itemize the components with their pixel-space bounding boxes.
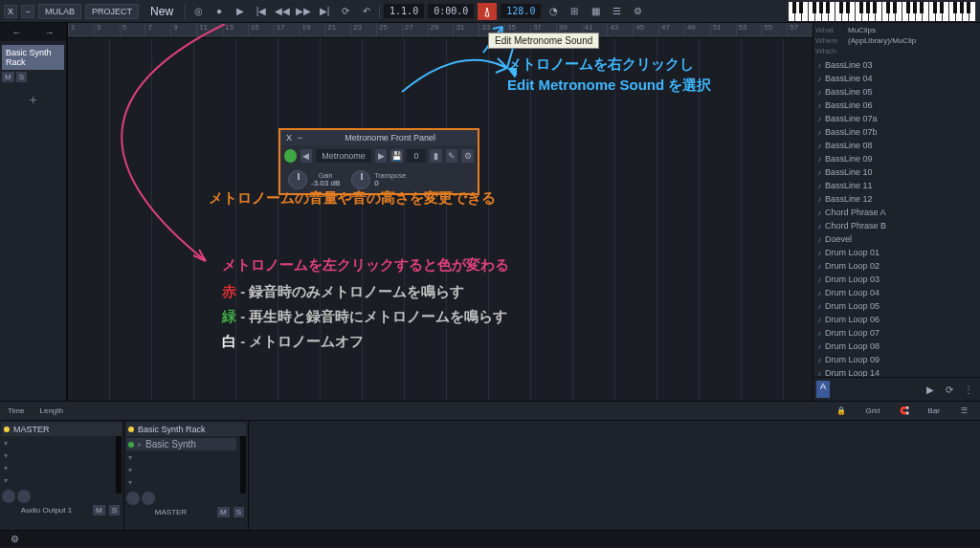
- mixer-view-icon[interactable]: ⊞: [566, 3, 583, 20]
- browser-item[interactable]: BassLine 03: [813, 58, 980, 72]
- metronome-button[interactable]: [478, 3, 497, 20]
- record-icon[interactable]: ●: [211, 3, 228, 20]
- prev-preset-icon[interactable]: ◀: [301, 149, 313, 163]
- edit-icon[interactable]: ✎: [446, 149, 458, 163]
- transpose-knob[interactable]: [351, 170, 370, 189]
- browser-item[interactable]: Drum Loop 14: [813, 366, 980, 377]
- slot-expand-icon[interactable]: ▾: [4, 439, 8, 448]
- position-display[interactable]: 1.1.0: [384, 4, 424, 18]
- target-icon[interactable]: ◎: [189, 3, 207, 20]
- track-name[interactable]: Basic Synth Rack: [2, 45, 64, 70]
- mixer-channel-master[interactable]: MASTER ▾ ▾ ▾ ▾ Audio Output 1MS: [0, 421, 124, 530]
- clock-icon[interactable]: ◔: [545, 3, 562, 20]
- gain-knob[interactable]: [288, 170, 307, 189]
- mute-button[interactable]: M: [2, 72, 14, 82]
- browser-item[interactable]: Drum Loop 07: [813, 326, 980, 340]
- slot-expand-icon[interactable]: ▾: [4, 451, 8, 460]
- midi-icon[interactable]: ▮: [430, 149, 442, 163]
- gear-icon[interactable]: ⚙: [461, 149, 474, 163]
- browser-item[interactable]: Drum Loop 05: [813, 299, 980, 313]
- preset-name[interactable]: Metronome: [316, 149, 371, 163]
- save-preset-icon[interactable]: 💾: [390, 149, 403, 163]
- panel-titlebar[interactable]: X − Metronome Front Panel: [280, 130, 478, 145]
- slot-expand-icon[interactable]: ▾: [128, 478, 132, 487]
- output-name[interactable]: Audio Output 1: [4, 506, 89, 515]
- browser-item[interactable]: BassLine 07a: [813, 112, 980, 125]
- browser-item[interactable]: Drum Loop 02: [813, 259, 980, 273]
- browser-loop-icon[interactable]: ⟳: [941, 381, 958, 398]
- browser-item[interactable]: BassLine 08: [813, 139, 980, 152]
- ruler-tick[interactable]: 55: [761, 23, 787, 37]
- mulab-button[interactable]: MULAB: [38, 4, 81, 19]
- loop-icon[interactable]: ⟳: [337, 3, 354, 20]
- browser-item[interactable]: BassLine 10: [813, 165, 980, 179]
- browser-play-icon[interactable]: ▶: [922, 381, 939, 398]
- lock-icon[interactable]: 🔒: [833, 403, 850, 420]
- browser-item[interactable]: Drum Loop 06: [813, 313, 980, 326]
- browser-item[interactable]: BassLine 11: [813, 179, 980, 192]
- minimize-button[interactable]: −: [21, 5, 34, 18]
- browser-item[interactable]: Doevel: [813, 232, 980, 246]
- slot-expand-icon[interactable]: ▸: [138, 440, 142, 449]
- browser-item[interactable]: Drum Loop 09: [813, 353, 980, 366]
- menu-icon[interactable]: ☰: [955, 403, 972, 420]
- bar-label[interactable]: Bar: [928, 406, 940, 415]
- what-value[interactable]: MuClips: [848, 26, 876, 34]
- solo-button[interactable]: S: [234, 507, 244, 517]
- undo-icon[interactable]: ↶: [358, 3, 375, 20]
- gear-icon[interactable]: ⚙: [6, 531, 23, 548]
- output-name[interactable]: MASTER: [128, 508, 213, 516]
- ruler-tick[interactable]: 15: [248, 23, 274, 37]
- tempo-display[interactable]: 128.0: [501, 4, 541, 18]
- browser-item[interactable]: BassLine 05: [813, 85, 980, 99]
- next-preset-icon[interactable]: ▶: [375, 149, 388, 163]
- slot-expand-icon[interactable]: ▾: [128, 453, 132, 462]
- browser-item[interactable]: Drum Loop 08: [813, 340, 980, 353]
- send-knob[interactable]: [142, 492, 155, 505]
- solo-button[interactable]: S: [109, 505, 120, 515]
- browser-item[interactable]: Chord Phrase B: [813, 219, 980, 232]
- browser-item[interactable]: BassLine 12: [813, 192, 980, 206]
- project-name[interactable]: New: [143, 5, 181, 18]
- project-button[interactable]: PROJECT: [85, 4, 139, 19]
- magnet-icon[interactable]: 🧲: [896, 403, 913, 420]
- browser-item[interactable]: BassLine 04: [813, 72, 980, 85]
- browser-menu-icon[interactable]: ⋮: [960, 381, 977, 398]
- ruler-tick[interactable]: 47: [658, 23, 684, 37]
- forward-icon[interactable]: ▶▶: [295, 3, 312, 20]
- mute-button[interactable]: M: [93, 505, 105, 515]
- ruler-tick[interactable]: 23: [350, 23, 376, 37]
- pan-knob[interactable]: [2, 490, 15, 503]
- nav-right-icon[interactable]: →: [45, 27, 55, 37]
- ruler-tick[interactable]: 17: [274, 23, 300, 37]
- skip-start-icon[interactable]: |◀: [253, 3, 270, 20]
- track-header[interactable]: Basic Synth Rack M S: [0, 41, 66, 84]
- mute-button[interactable]: M: [217, 507, 230, 517]
- ruler-tick[interactable]: 51: [710, 23, 736, 37]
- nav-left-icon[interactable]: ←: [11, 27, 21, 37]
- browser-item[interactable]: Drum Loop 01: [813, 246, 980, 259]
- mixer-channel-synth[interactable]: Basic Synth Rack ▸Basic Synth ▾ ▾ ▾ MAST…: [124, 421, 249, 530]
- time-display[interactable]: 0:00.0: [428, 4, 474, 18]
- browser-item[interactable]: BassLine 09: [813, 152, 980, 165]
- ruler-tick[interactable]: 53: [736, 23, 762, 37]
- browser-item[interactable]: Drum Loop 04: [813, 286, 980, 299]
- ruler-tick[interactable]: 21: [324, 23, 350, 37]
- browser-item[interactable]: BassLine 07b: [813, 125, 980, 139]
- list-icon[interactable]: ☰: [608, 3, 625, 20]
- ruler-tick[interactable]: 19: [299, 23, 324, 37]
- browser-letter[interactable]: A: [816, 381, 830, 398]
- browser-item[interactable]: Drum Loop 03: [813, 273, 980, 286]
- slot-expand-icon[interactable]: ▾: [128, 466, 132, 474]
- browser-item[interactable]: BassLine 06: [813, 99, 980, 112]
- ruler-tick[interactable]: 57: [787, 23, 813, 37]
- ruler-tick[interactable]: 43: [607, 23, 633, 37]
- slot-expand-icon[interactable]: ▾: [4, 476, 8, 485]
- browser-list[interactable]: BassLine 03BassLine 04BassLine 05BassLin…: [813, 58, 980, 377]
- add-track-button[interactable]: +: [0, 84, 66, 115]
- where-value[interactable]: (AppLibrary)/MuClip: [848, 36, 916, 45]
- preset-value[interactable]: 0: [407, 149, 426, 163]
- channel-name[interactable]: Basic Synth Rack: [138, 425, 206, 434]
- send-knob[interactable]: [17, 490, 31, 503]
- settings-icon[interactable]: ⚙: [629, 3, 646, 20]
